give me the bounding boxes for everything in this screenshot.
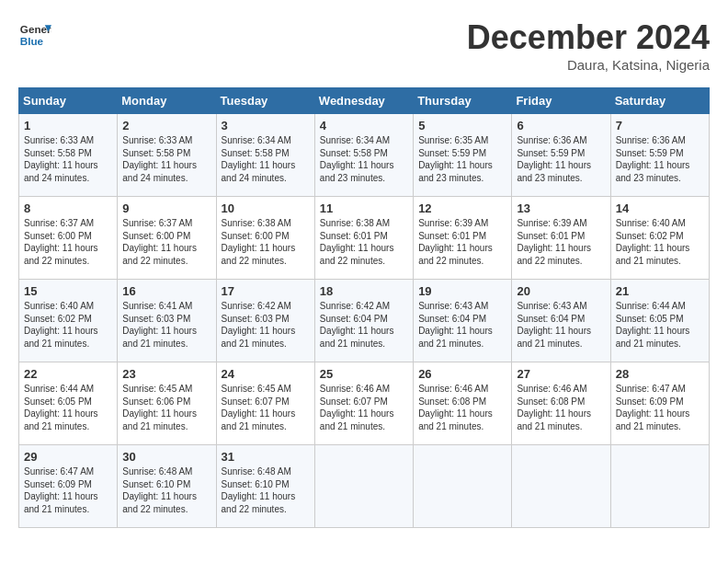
calendar-table: SundayMondayTuesdayWednesdayThursdayFrid… <box>18 87 710 528</box>
calendar-cell: 31Sunrise: 6:48 AM Sunset: 6:10 PM Dayli… <box>216 445 314 528</box>
cell-info: Sunrise: 6:35 AM Sunset: 5:59 PM Dayligh… <box>418 134 506 184</box>
week-row-2: 8Sunrise: 6:37 AM Sunset: 6:00 PM Daylig… <box>19 197 710 280</box>
cell-info: Sunrise: 6:46 AM Sunset: 6:08 PM Dayligh… <box>418 383 506 432</box>
day-number: 24 <box>222 367 310 381</box>
logo: General Blue <box>18 18 51 52</box>
calendar-cell: 25Sunrise: 6:46 AM Sunset: 6:07 PM Dayli… <box>314 362 413 445</box>
calendar-cell: 26Sunrise: 6:46 AM Sunset: 6:08 PM Dayli… <box>414 362 512 445</box>
day-number: 9 <box>122 201 210 215</box>
day-number: 20 <box>517 284 605 298</box>
cell-info: Sunrise: 6:37 AM Sunset: 6:00 PM Dayligh… <box>24 217 112 267</box>
day-number: 18 <box>320 284 408 298</box>
calendar-cell: 22Sunrise: 6:44 AM Sunset: 6:05 PM Dayli… <box>19 362 118 445</box>
cell-info: Sunrise: 6:36 AM Sunset: 5:59 PM Dayligh… <box>616 134 704 184</box>
cell-info: Sunrise: 6:38 AM Sunset: 6:00 PM Dayligh… <box>222 217 310 267</box>
day-number: 26 <box>418 367 506 381</box>
day-number: 4 <box>320 119 408 132</box>
calendar-cell: 19Sunrise: 6:43 AM Sunset: 6:04 PM Dayli… <box>414 280 512 362</box>
cell-info: Sunrise: 6:42 AM Sunset: 6:03 PM Dayligh… <box>222 300 310 350</box>
cell-info: Sunrise: 6:44 AM Sunset: 6:05 PM Dayligh… <box>24 383 112 432</box>
calendar-cell: 15Sunrise: 6:40 AM Sunset: 6:02 PM Dayli… <box>19 280 118 362</box>
cell-info: Sunrise: 6:45 AM Sunset: 6:07 PM Dayligh… <box>222 383 310 432</box>
calendar-cell: 12Sunrise: 6:39 AM Sunset: 6:01 PM Dayli… <box>414 197 512 280</box>
month-title: December 2024 <box>467 18 710 57</box>
cell-info: Sunrise: 6:48 AM Sunset: 6:10 PM Dayligh… <box>122 465 210 515</box>
calendar-cell: 13Sunrise: 6:39 AM Sunset: 6:01 PM Dayli… <box>512 197 610 280</box>
calendar-cell: 11Sunrise: 6:38 AM Sunset: 6:01 PM Dayli… <box>314 197 413 280</box>
day-number: 22 <box>24 367 112 381</box>
calendar-cell: 4Sunrise: 6:34 AM Sunset: 5:58 PM Daylig… <box>314 114 413 197</box>
cell-info: Sunrise: 6:34 AM Sunset: 5:58 PM Dayligh… <box>222 134 310 184</box>
cell-info: Sunrise: 6:46 AM Sunset: 6:07 PM Dayligh… <box>320 383 408 432</box>
day-number: 15 <box>24 284 112 298</box>
cell-info: Sunrise: 6:42 AM Sunset: 6:04 PM Dayligh… <box>320 300 408 350</box>
day-number: 6 <box>517 119 605 132</box>
day-number: 8 <box>24 201 112 215</box>
day-number: 13 <box>517 201 605 215</box>
cell-info: Sunrise: 6:43 AM Sunset: 6:04 PM Dayligh… <box>517 300 605 350</box>
day-number: 5 <box>418 119 506 132</box>
day-number: 19 <box>418 284 506 298</box>
day-number: 31 <box>222 450 310 464</box>
calendar-cell: 5Sunrise: 6:35 AM Sunset: 5:59 PM Daylig… <box>414 114 512 197</box>
calendar-cell: 24Sunrise: 6:45 AM Sunset: 6:07 PM Dayli… <box>216 362 314 445</box>
day-number: 30 <box>122 450 210 464</box>
calendar-cell: 6Sunrise: 6:36 AM Sunset: 5:59 PM Daylig… <box>512 114 610 197</box>
calendar-cell: 20Sunrise: 6:43 AM Sunset: 6:04 PM Dayli… <box>512 280 610 362</box>
calendar-cell: 8Sunrise: 6:37 AM Sunset: 6:00 PM Daylig… <box>19 197 118 280</box>
calendar-cell: 1Sunrise: 6:33 AM Sunset: 5:58 PM Daylig… <box>19 114 118 197</box>
week-row-4: 22Sunrise: 6:44 AM Sunset: 6:05 PM Dayli… <box>19 362 710 445</box>
cell-info: Sunrise: 6:48 AM Sunset: 6:10 PM Dayligh… <box>222 465 310 515</box>
calendar-cell: 16Sunrise: 6:41 AM Sunset: 6:03 PM Dayli… <box>118 280 216 362</box>
location-subtitle: Daura, Katsina, Nigeria <box>467 57 710 73</box>
cell-info: Sunrise: 6:39 AM Sunset: 6:01 PM Dayligh… <box>517 217 605 267</box>
day-number: 27 <box>517 367 605 381</box>
day-number: 29 <box>24 450 112 464</box>
day-number: 25 <box>320 367 408 381</box>
column-header-tuesday: Tuesday <box>216 88 314 114</box>
page-header: General Blue December 2024 Daura, Katsin… <box>18 18 710 73</box>
calendar-header-row: SundayMondayTuesdayWednesdayThursdayFrid… <box>19 88 710 114</box>
column-header-friday: Friday <box>512 88 610 114</box>
calendar-cell: 27Sunrise: 6:46 AM Sunset: 6:08 PM Dayli… <box>512 362 610 445</box>
calendar-cell <box>512 445 610 528</box>
cell-info: Sunrise: 6:47 AM Sunset: 6:09 PM Dayligh… <box>616 383 704 432</box>
calendar-cell: 29Sunrise: 6:47 AM Sunset: 6:09 PM Dayli… <box>19 445 118 528</box>
day-number: 17 <box>222 284 310 298</box>
calendar-body: 1Sunrise: 6:33 AM Sunset: 5:58 PM Daylig… <box>19 114 710 528</box>
cell-info: Sunrise: 6:46 AM Sunset: 6:08 PM Dayligh… <box>517 383 605 432</box>
logo-icon: General Blue <box>18 18 51 52</box>
column-header-sunday: Sunday <box>19 88 118 114</box>
week-row-3: 15Sunrise: 6:40 AM Sunset: 6:02 PM Dayli… <box>19 280 710 362</box>
title-block: December 2024 Daura, Katsina, Nigeria <box>467 18 710 73</box>
cell-info: Sunrise: 6:33 AM Sunset: 5:58 PM Dayligh… <box>24 134 112 184</box>
cell-info: Sunrise: 6:34 AM Sunset: 5:58 PM Dayligh… <box>320 134 408 184</box>
calendar-cell: 14Sunrise: 6:40 AM Sunset: 6:02 PM Dayli… <box>610 197 709 280</box>
cell-info: Sunrise: 6:40 AM Sunset: 6:02 PM Dayligh… <box>616 217 704 267</box>
cell-info: Sunrise: 6:38 AM Sunset: 6:01 PM Dayligh… <box>320 217 408 267</box>
cell-info: Sunrise: 6:43 AM Sunset: 6:04 PM Dayligh… <box>418 300 506 350</box>
column-header-saturday: Saturday <box>610 88 709 114</box>
calendar-cell: 9Sunrise: 6:37 AM Sunset: 6:00 PM Daylig… <box>118 197 216 280</box>
cell-info: Sunrise: 6:44 AM Sunset: 6:05 PM Dayligh… <box>616 300 704 350</box>
cell-info: Sunrise: 6:36 AM Sunset: 5:59 PM Dayligh… <box>517 134 605 184</box>
calendar-cell: 28Sunrise: 6:47 AM Sunset: 6:09 PM Dayli… <box>610 362 709 445</box>
cell-info: Sunrise: 6:37 AM Sunset: 6:00 PM Dayligh… <box>122 217 210 267</box>
day-number: 14 <box>616 201 704 215</box>
calendar-cell: 30Sunrise: 6:48 AM Sunset: 6:10 PM Dayli… <box>118 445 216 528</box>
cell-info: Sunrise: 6:47 AM Sunset: 6:09 PM Dayligh… <box>24 465 112 515</box>
column-header-wednesday: Wednesday <box>314 88 413 114</box>
calendar-cell: 10Sunrise: 6:38 AM Sunset: 6:00 PM Dayli… <box>216 197 314 280</box>
calendar-cell: 18Sunrise: 6:42 AM Sunset: 6:04 PM Dayli… <box>314 280 413 362</box>
day-number: 21 <box>616 284 704 298</box>
day-number: 28 <box>616 367 704 381</box>
calendar-cell: 2Sunrise: 6:33 AM Sunset: 5:58 PM Daylig… <box>118 114 216 197</box>
calendar-cell <box>314 445 413 528</box>
cell-info: Sunrise: 6:40 AM Sunset: 6:02 PM Dayligh… <box>24 300 112 350</box>
day-number: 1 <box>24 119 112 132</box>
cell-info: Sunrise: 6:45 AM Sunset: 6:06 PM Dayligh… <box>122 383 210 432</box>
day-number: 11 <box>320 201 408 215</box>
cell-info: Sunrise: 6:33 AM Sunset: 5:58 PM Dayligh… <box>122 134 210 184</box>
calendar-cell: 3Sunrise: 6:34 AM Sunset: 5:58 PM Daylig… <box>216 114 314 197</box>
column-header-monday: Monday <box>118 88 216 114</box>
